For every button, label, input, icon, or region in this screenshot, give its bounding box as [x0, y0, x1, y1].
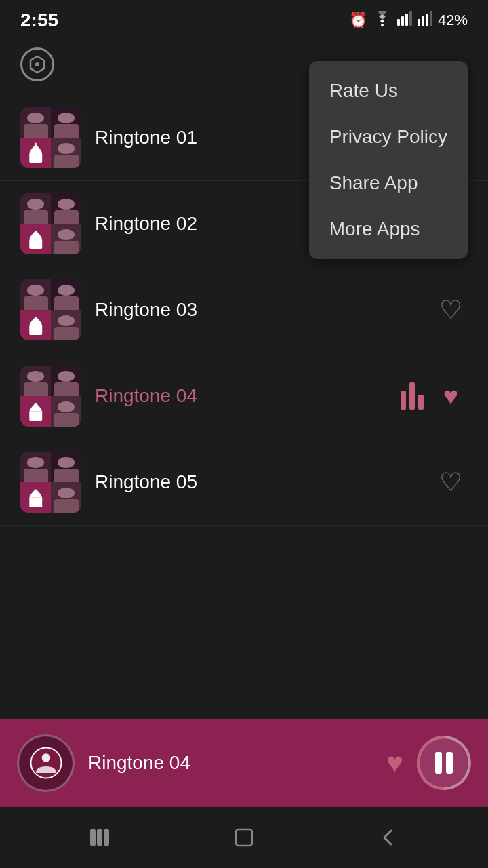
list-item[interactable]: Ringtone 04 ♥ — [0, 353, 488, 439]
dropdown-more-apps[interactable]: More Apps — [309, 206, 468, 252]
signal2-icon — [418, 11, 432, 30]
ringtone-01-thumbnail — [20, 107, 81, 168]
svg-point-27 — [30, 748, 61, 778]
ringtone-04-actions: ♥ — [401, 379, 468, 413]
svg-rect-7 — [426, 14, 428, 26]
svg-point-26 — [34, 490, 37, 493]
battery-text: 42% — [438, 12, 468, 29]
ringtone-04-like-button[interactable]: ♥ — [434, 379, 468, 413]
svg-point-13 — [34, 145, 37, 149]
svg-rect-29 — [90, 829, 96, 846]
svg-rect-8 — [430, 11, 432, 26]
svg-rect-32 — [236, 829, 252, 846]
svg-rect-3 — [405, 14, 408, 26]
svg-rect-4 — [409, 11, 412, 26]
now-playing-name: Ringtone 04 — [88, 752, 373, 774]
pause-icon — [435, 752, 453, 774]
recent-apps-button[interactable] — [79, 817, 120, 858]
ringtone-02-thumbnail — [20, 193, 81, 254]
ringtone-03-like-button[interactable]: ♡ — [434, 293, 468, 327]
now-playing-heart-button[interactable]: ♥ — [386, 747, 403, 779]
alarm-icon: ⏰ — [349, 12, 367, 29]
phone-frame: 2:55 ⏰ — [0, 0, 488, 868]
ringtone-03-name: Ringtone 03 — [95, 299, 420, 321]
ringtone-04-thumbnail — [20, 366, 81, 427]
now-playing-thumbnail — [17, 734, 75, 792]
svg-rect-12 — [33, 155, 37, 162]
dropdown-rate-us[interactable]: Rate Us — [309, 68, 468, 114]
ringtone-05-name: Ringtone 05 — [95, 471, 420, 493]
play-bar-1 — [401, 391, 406, 410]
svg-point-28 — [41, 753, 50, 762]
ringtone-05-like-button[interactable]: ♡ — [434, 465, 468, 499]
svg-rect-6 — [422, 16, 424, 26]
play-bar-3 — [418, 395, 424, 410]
status-time: 2:55 — [20, 9, 58, 31]
back-button[interactable] — [368, 817, 409, 858]
play-bar-2 — [409, 382, 415, 410]
list-item[interactable]: Ringtone 05 ♡ — [0, 439, 488, 526]
status-bar: 2:55 ⏰ — [0, 0, 488, 41]
svg-rect-19 — [33, 328, 37, 334]
pause-bar-2 — [446, 752, 453, 774]
signal1-icon — [397, 11, 412, 30]
svg-rect-5 — [418, 19, 420, 26]
ringtone-05-thumbnail — [20, 452, 81, 513]
nav-bar — [0, 807, 488, 868]
dropdown-share-app[interactable]: Share App — [309, 160, 468, 206]
list-item[interactable]: Ringtone 03 ♡ — [0, 267, 488, 353]
svg-rect-2 — [401, 16, 404, 26]
wifi-icon — [373, 11, 392, 30]
dropdown-menu: Rate Us Privacy Policy Share App More Ap… — [309, 61, 468, 259]
svg-point-17 — [34, 231, 37, 235]
heart-outline-icon: ♡ — [439, 297, 462, 323]
ringtone-03-thumbnail — [20, 279, 81, 340]
menu-button[interactable] — [20, 47, 54, 81]
svg-rect-22 — [33, 414, 37, 420]
svg-rect-16 — [33, 241, 37, 248]
pause-button[interactable] — [417, 736, 471, 790]
svg-rect-1 — [397, 19, 400, 26]
svg-rect-30 — [97, 829, 102, 846]
heart-filled-icon: ♥ — [443, 383, 459, 409]
svg-rect-25 — [33, 500, 37, 507]
svg-rect-31 — [104, 829, 109, 846]
svg-point-20 — [34, 317, 37, 321]
svg-point-10 — [35, 62, 39, 66]
svg-point-0 — [381, 24, 384, 26]
status-icons: ⏰ — [349, 11, 468, 30]
home-button[interactable] — [224, 817, 264, 858]
dropdown-privacy-policy[interactable]: Privacy Policy — [309, 114, 468, 160]
pause-bar-1 — [435, 752, 442, 774]
svg-point-23 — [34, 403, 37, 407]
play-indicator — [401, 382, 424, 410]
heart-outline-icon: ♡ — [439, 469, 462, 495]
ringtone-04-name: Ringtone 04 — [95, 385, 387, 407]
now-playing-bar: Ringtone 04 ♥ — [0, 719, 488, 807]
